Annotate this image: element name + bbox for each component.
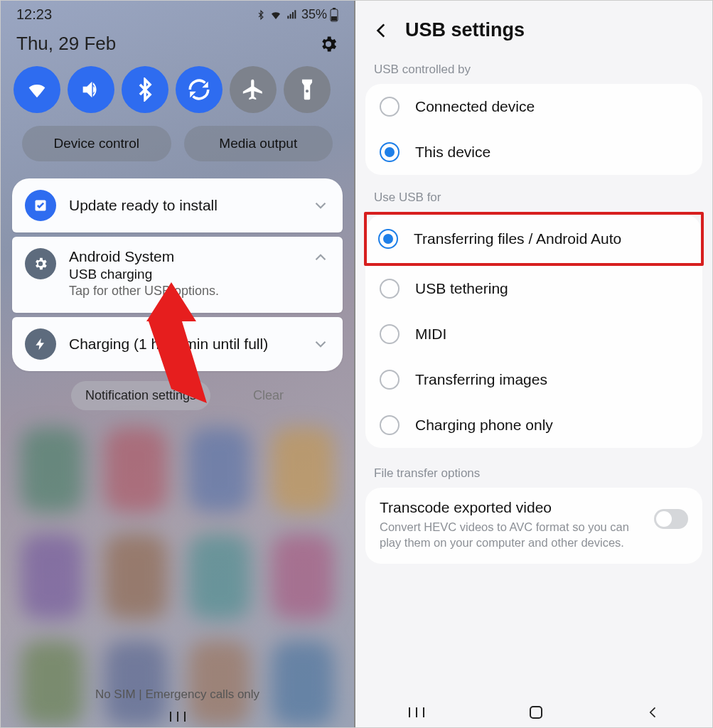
notification-title: Update ready to install <box>69 197 311 214</box>
option-label: MIDI <box>415 326 446 343</box>
highlight-box: Transferring files / Android Auto <box>364 212 704 266</box>
radio-unchecked-icon <box>380 279 400 299</box>
recents-icon[interactable] <box>169 710 186 723</box>
option-label: This device <box>415 144 490 161</box>
back-icon[interactable] <box>372 21 391 40</box>
nav-bar <box>355 696 712 728</box>
chevron-up-icon <box>311 248 330 267</box>
option-transferring-files[interactable]: Transferring files / Android Auto <box>367 215 701 263</box>
use-usb-for-group: USB tethering MIDI Transferring images C… <box>365 266 702 448</box>
checkbox-icon <box>25 190 56 221</box>
transcode-title: Transcode exported video <box>380 499 644 516</box>
home-icon[interactable] <box>530 706 542 719</box>
notification-charging[interactable]: Charging (1 h 27 min until full) <box>12 317 343 371</box>
radio-unchecked-icon <box>380 370 400 390</box>
transcode-option[interactable]: Transcode exported video Convert HEVC vi… <box>365 488 702 564</box>
recents-icon[interactable] <box>407 706 426 719</box>
radio-unchecked-icon <box>380 97 400 117</box>
notification-shade: 12:23 35% Thu, 29 Feb Device control Med… <box>1 1 355 728</box>
option-label: Transferring images <box>415 371 547 388</box>
chevron-down-icon <box>311 196 330 215</box>
notification-title: Charging (1 h 27 min until full) <box>69 336 311 353</box>
option-label: USB tethering <box>415 280 508 297</box>
section-label: Use USB for <box>355 185 712 212</box>
option-midi[interactable]: MIDI <box>365 311 702 357</box>
chevron-down-icon <box>311 335 330 353</box>
section-label: USB controlled by <box>355 57 712 84</box>
notification-usb[interactable]: Android System USB charging Tap for othe… <box>12 237 343 313</box>
notification-update[interactable]: Update ready to install <box>12 178 343 232</box>
option-charging-only[interactable]: Charging phone only <box>365 402 702 448</box>
usb-controlled-by-group: Connected device This device <box>365 84 702 175</box>
option-connected-device[interactable]: Connected device <box>365 84 702 129</box>
option-this-device[interactable]: This device <box>365 129 702 175</box>
usb-settings-screen: USB settings USB controlled by Connected… <box>355 1 712 728</box>
bolt-icon <box>25 328 56 360</box>
option-label: Connected device <box>415 98 535 115</box>
radio-checked-icon <box>380 142 400 162</box>
notification-body: Tap for other USB options. <box>69 284 311 299</box>
option-label: Transferring files / Android Auto <box>414 230 621 247</box>
no-sim-label: No SIM | Emergency calls only <box>1 687 354 702</box>
notification-heading: USB charging <box>69 267 311 282</box>
radio-unchecked-icon <box>380 415 400 435</box>
transcode-subtitle: Convert HEVC videos to AVC format so you… <box>380 519 644 551</box>
radio-checked-icon <box>378 229 398 249</box>
notification-app: Android System <box>69 248 311 265</box>
toggle-off-icon[interactable] <box>654 509 688 529</box>
option-label: Charging phone only <box>415 417 553 434</box>
page-title: USB settings <box>405 19 525 41</box>
section-label: File transfer options <box>355 461 712 488</box>
back-nav-icon[interactable] <box>646 705 660 719</box>
gear-icon <box>25 248 56 279</box>
option-transferring-images[interactable]: Transferring images <box>365 357 702 402</box>
nav-bar <box>1 705 354 728</box>
option-usb-tethering[interactable]: USB tethering <box>365 266 702 311</box>
radio-unchecked-icon <box>380 324 400 344</box>
